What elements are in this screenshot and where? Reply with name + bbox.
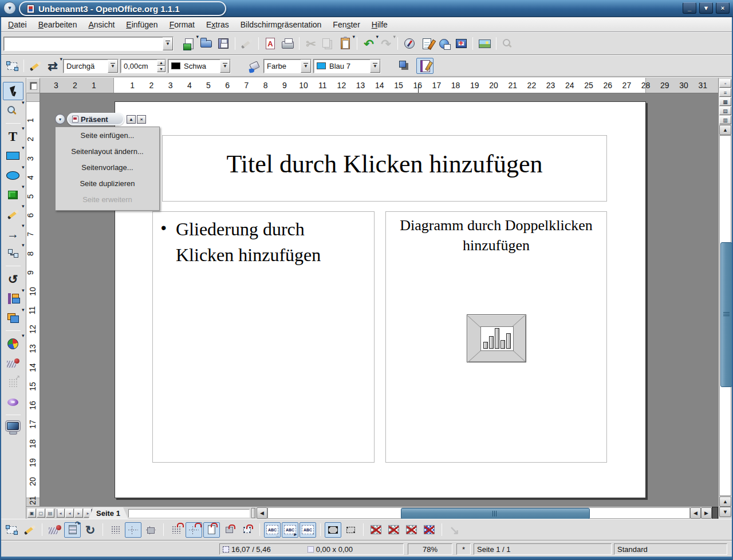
palette-item-seitenlayout-ndern[interactable]: Seitenlayout ändern...: [56, 143, 159, 159]
alignment-tool[interactable]: ▾: [3, 289, 23, 307]
dropdown-arrow-icon[interactable]: ▾: [60, 56, 62, 62]
effects-window-toggle[interactable]: [46, 522, 63, 538]
next-page-button[interactable]: ▸: [74, 508, 83, 518]
text-tool[interactable]: T▾: [3, 127, 23, 145]
horizontal-scroll-track[interactable]: [267, 507, 690, 519]
paste-icon[interactable]: ▾: [337, 36, 354, 52]
fill-type-dropdown-button[interactable]: ▼: [301, 60, 311, 73]
effects-tool[interactable]: [3, 354, 23, 372]
handout-view-button[interactable]: ▥: [719, 116, 731, 124]
menu-bearbeiten[interactable]: Bearbeiten: [33, 18, 83, 31]
show-guides-toggle[interactable]: [125, 522, 141, 538]
palette-menu-button[interactable]: ▼: [55, 114, 65, 124]
line-contour-only-toggle[interactable]: [421, 522, 438, 538]
slide-page[interactable]: Titel durch Klicken hinzufügen • Glieder…: [115, 101, 646, 498]
line-width-spin-buttons[interactable]: ▲▼: [157, 60, 165, 72]
dropdown-arrow-icon[interactable]: ▾: [22, 203, 25, 209]
chart-placeholder-icon[interactable]: [467, 314, 526, 362]
new-document-icon[interactable]: ▾: [180, 36, 198, 52]
scroll-down-button[interactable]: ▼: [719, 507, 731, 517]
dropdown-arrow-icon[interactable]: ▾: [22, 184, 25, 190]
dropdown-arrow-icon[interactable]: ▾: [22, 145, 25, 151]
previous-page-button[interactable]: ◂: [65, 508, 74, 518]
vertical-ruler[interactable]: 123456789101112131415161718192021: [26, 93, 40, 506]
rotate-tool[interactable]: ↺: [3, 270, 23, 288]
titlebar[interactable]: ▼ Unbenannt3 - OpenOffice.org 1.1.1 _▼×: [0, 0, 733, 17]
tab-scrollbar-splitter[interactable]: [251, 508, 255, 518]
dropdown-arrow-icon[interactable]: ▾: [22, 307, 25, 313]
dropdown-arrow-icon[interactable]: ▾: [22, 125, 25, 131]
rectangle-tool[interactable]: ▾: [3, 147, 23, 165]
fill-type-combobox[interactable]: Farbe ▼: [263, 59, 312, 73]
window-menu-button[interactable]: ▼: [3, 2, 16, 14]
quick-text-edit-toggle[interactable]: ABC: [264, 522, 281, 538]
show-grid-toggle[interactable]: [107, 522, 124, 538]
layer-mode-button[interactable]: ▤: [46, 508, 54, 518]
area-style-icon[interactable]: [245, 58, 262, 74]
print-file-direct-icon[interactable]: [279, 36, 296, 52]
palette-item-seitenvorlage[interactable]: Seitenvorlage...: [56, 159, 159, 175]
snap-to-points-toggle[interactable]: [239, 522, 255, 538]
controller-3d-tool[interactable]: [3, 393, 23, 411]
shadow-icon[interactable]: [396, 58, 413, 74]
line-color-combobox[interactable]: Schwa ▼: [168, 59, 231, 73]
hyperlink-icon[interactable]: [435, 36, 452, 52]
gallery-icon[interactable]: [476, 36, 493, 52]
status-style-cell[interactable]: Standard: [614, 543, 727, 555]
rotation-mode-toggle[interactable]: [21, 522, 38, 538]
minimize-button[interactable]: _: [683, 2, 696, 14]
dropdown-arrow-icon[interactable]: ▾: [22, 100, 25, 105]
dropdown-arrow-icon[interactable]: ▾: [22, 333, 25, 338]
zoom-tool[interactable]: ▾: [3, 101, 23, 120]
palette-close-button[interactable]: ×: [137, 115, 146, 124]
status-zoom-cell[interactable]: 78%: [408, 543, 452, 555]
line-icon[interactable]: [27, 58, 44, 74]
fill-color-dropdown-button[interactable]: ▼: [370, 60, 380, 73]
outline-placeholder[interactable]: • Gliederung durchKlicken hinzufügen: [152, 211, 375, 463]
undo-icon[interactable]: ↶▾: [360, 36, 377, 52]
palette-item-seite-duplizieren[interactable]: Seite duplizieren: [56, 175, 159, 191]
slides-view-button[interactable]: ▦: [719, 97, 731, 106]
arrange-tool[interactable]: ▾: [3, 309, 23, 327]
lines-arrows-tool[interactable]: →▾: [3, 224, 23, 243]
menu-hilfe[interactable]: Hilfe: [366, 18, 393, 31]
snap-to-guides-toggle[interactable]: [186, 522, 202, 538]
scroll-up-button-2[interactable]: ▲: [719, 496, 731, 507]
arrow-ends-icon[interactable]: ⇄▾: [44, 58, 61, 74]
line-width-spinner[interactable]: 0,00cm ▲▼: [120, 59, 166, 73]
horizontal-scroll-thumb[interactable]: [401, 508, 590, 519]
url-dropdown-button[interactable]: ▼: [163, 37, 173, 50]
menu-extras[interactable]: Extras: [200, 18, 235, 31]
save-document-icon[interactable]: [215, 36, 232, 52]
diagram-placeholder[interactable]: Diagramm durch Doppelklickenhinzufügen: [385, 211, 607, 463]
edit-points-toggle[interactable]: [3, 522, 20, 538]
outline-view-button[interactable]: ≡: [719, 88, 731, 97]
snap-to-margins-toggle[interactable]: [203, 522, 220, 538]
simple-handles-toggle[interactable]: [342, 522, 359, 538]
dropdown-arrow-icon[interactable]: ▾: [22, 164, 25, 170]
select-text-area-toggle[interactable]: ABC: [282, 522, 298, 538]
curve-tool[interactable]: ▾: [3, 205, 23, 223]
palette-titlebar[interactable]: ▼ Präsent ▲×: [55, 112, 160, 127]
dropdown-arrow-icon[interactable]: ▾: [352, 34, 355, 40]
palette-shade-button[interactable]: ▲: [127, 115, 136, 124]
scroll-left-button[interactable]: ◀: [257, 507, 267, 519]
picture-placeholder-toggle[interactable]: [368, 522, 384, 538]
dropdown-arrow-icon[interactable]: ▾: [22, 223, 25, 228]
drawing-view-button[interactable]: ▫: [719, 79, 731, 88]
presentation-tool[interactable]: [3, 419, 23, 437]
line-style-dropdown-button[interactable]: ▼: [108, 60, 118, 73]
edit-points-icon[interactable]: [3, 58, 21, 74]
open-file-icon[interactable]: [198, 36, 215, 52]
select-tool[interactable]: [3, 82, 23, 100]
url-combobox[interactable]: ▼: [3, 37, 174, 51]
stylist-icon[interactable]: [418, 36, 435, 52]
dropdown-arrow-icon[interactable]: ▾: [22, 287, 25, 293]
horizontal-scrollbar[interactable]: ◀ ◀▶: [257, 507, 712, 519]
presentation-palette[interactable]: ▼ Präsent ▲× Seite einfügen...Seitenlayo…: [55, 112, 160, 211]
scroll-left-button-2[interactable]: ◀: [690, 507, 701, 519]
export-pdf-icon[interactable]: [262, 36, 279, 52]
text-placeholder-toggle[interactable]: [403, 522, 420, 538]
scroll-up-button[interactable]: ▲: [719, 125, 731, 135]
snap-to-grid-toggle[interactable]: [168, 522, 184, 538]
